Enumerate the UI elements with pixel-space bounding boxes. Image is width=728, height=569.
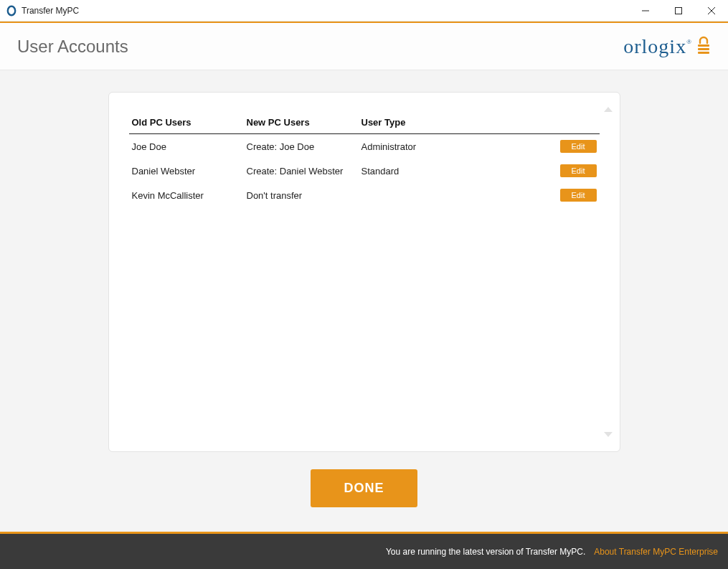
svg-rect-7 bbox=[698, 52, 709, 54]
svg-rect-2 bbox=[676, 8, 682, 14]
edit-button[interactable]: Edit bbox=[560, 140, 597, 153]
brand-text: orlogix® bbox=[623, 35, 692, 58]
cell-old-user: Joe Doe bbox=[129, 134, 244, 159]
brand-logo: orlogix® bbox=[623, 35, 711, 58]
lock-icon bbox=[696, 36, 711, 57]
users-table: Old PC Users New PC Users User Type Joe … bbox=[129, 113, 600, 207]
cell-old-user: Daniel Webster bbox=[129, 159, 244, 183]
cell-old-user: Kevin McCallister bbox=[129, 183, 244, 207]
main-area: Old PC Users New PC Users User Type Joe … bbox=[0, 70, 728, 532]
footer-status: You are running the latest version of Tr… bbox=[386, 547, 585, 557]
cell-user-type: Administrator bbox=[359, 134, 481, 159]
scroll-up-icon[interactable] bbox=[604, 107, 613, 112]
col-header-action bbox=[481, 113, 600, 134]
window-controls bbox=[629, 0, 728, 21]
table-row: Kevin McCallister Don't transfer Edit bbox=[129, 183, 600, 207]
svg-rect-6 bbox=[698, 48, 709, 50]
page-header: User Accounts orlogix® bbox=[0, 23, 728, 70]
minimize-button[interactable] bbox=[629, 0, 662, 22]
window-title: Transfer MyPC bbox=[22, 6, 79, 16]
table-header-row: Old PC Users New PC Users User Type bbox=[129, 113, 600, 134]
svg-point-0 bbox=[8, 6, 15, 14]
page-title: User Accounts bbox=[17, 37, 128, 57]
table-row: Daniel Webster Create: Daniel Webster St… bbox=[129, 159, 600, 183]
col-header-type: User Type bbox=[359, 113, 481, 134]
cell-new-user: Create: Joe Doe bbox=[244, 134, 359, 159]
table-row: Joe Doe Create: Joe Doe Administrator Ed… bbox=[129, 134, 600, 159]
footer-about-link[interactable]: About Transfer MyPC Enterprise bbox=[594, 547, 718, 557]
scroll-down-icon[interactable] bbox=[604, 432, 613, 437]
edit-button[interactable]: Edit bbox=[560, 164, 597, 177]
col-header-old: Old PC Users bbox=[129, 113, 244, 134]
titlebar-left: Transfer MyPC bbox=[6, 5, 79, 17]
svg-rect-5 bbox=[698, 44, 709, 47]
cell-user-type: Standard bbox=[359, 159, 481, 183]
edit-button[interactable]: Edit bbox=[560, 189, 597, 202]
cell-new-user: Don't transfer bbox=[244, 183, 359, 207]
maximize-button[interactable] bbox=[662, 0, 695, 22]
close-button[interactable] bbox=[695, 0, 728, 22]
col-header-new: New PC Users bbox=[244, 113, 359, 134]
footer: You are running the latest version of Tr… bbox=[0, 532, 728, 569]
app-icon bbox=[6, 5, 17, 17]
done-button[interactable]: DONE bbox=[311, 469, 417, 507]
user-accounts-card: Old PC Users New PC Users User Type Joe … bbox=[108, 92, 620, 452]
titlebar: Transfer MyPC bbox=[0, 0, 728, 22]
cell-new-user: Create: Daniel Webster bbox=[244, 159, 359, 183]
cell-user-type bbox=[359, 183, 481, 207]
